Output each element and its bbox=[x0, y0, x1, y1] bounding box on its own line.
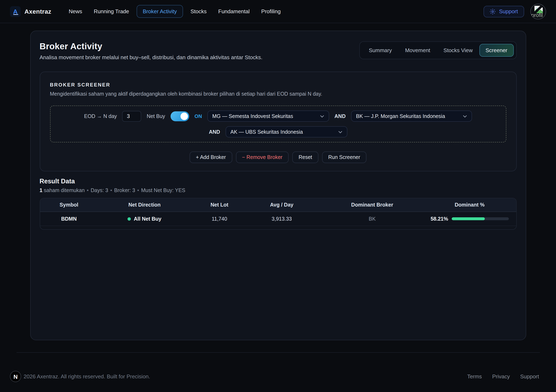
primary-nav: News Running Trade Broker Activity Stock… bbox=[65, 5, 285, 18]
topbar-right: Support profil bbox=[484, 4, 546, 19]
result-count: 1 bbox=[39, 187, 42, 193]
screener-description: Mengidentifikasi saham yang aktif diperd… bbox=[50, 91, 506, 97]
nav-item-running-trade[interactable]: Running Trade bbox=[90, 5, 133, 17]
page-subtitle: Analisa movement broker melalui net buy–… bbox=[39, 54, 263, 61]
table-header-row: Symbol Net Direction Net Lot Avg / Day D… bbox=[40, 198, 516, 212]
and-label-1: AND bbox=[334, 113, 346, 119]
criteria-row-2: AND AK — UBS Sekuritas Indonesia bbox=[56, 126, 500, 138]
footer-link-terms[interactable]: Terms bbox=[467, 373, 482, 380]
top-navbar: A Axentraz News Running Trade Broker Act… bbox=[0, 0, 556, 23]
meta-separator: • bbox=[110, 187, 112, 193]
cell-dominant-broker: BK bbox=[316, 216, 429, 222]
chevron-down-icon bbox=[463, 115, 467, 117]
meta-broker: Broker: 3 bbox=[114, 187, 135, 193]
page-footer: N 2026 Axentraz. All rights reserved. Bu… bbox=[0, 371, 556, 382]
criteria-row-1: EOD → N day Net Buy ON MG — Semesta Indo… bbox=[56, 110, 500, 122]
net-buy-toggle[interactable] bbox=[170, 111, 189, 121]
nav-item-stocks[interactable]: Stocks bbox=[186, 5, 211, 17]
tab-movement[interactable]: Movement bbox=[398, 44, 437, 56]
header-dominant-pct: Dominant % bbox=[429, 202, 516, 208]
support-button[interactable]: Support bbox=[484, 6, 524, 17]
brand[interactable]: A Axentraz bbox=[10, 6, 51, 17]
sun-icon bbox=[490, 8, 496, 14]
reset-button[interactable]: Reset bbox=[292, 152, 318, 163]
app-root: A Axentraz News Running Trade Broker Act… bbox=[0, 0, 556, 392]
tab-summary[interactable]: Summary bbox=[362, 44, 398, 56]
broker-activity-card: Broker Activity Analisa movement broker … bbox=[30, 31, 526, 340]
dominant-pct-bar-fill bbox=[451, 217, 485, 220]
toggle-knob bbox=[180, 112, 188, 120]
view-tabs: Summary Movement Stocks View Screener bbox=[359, 41, 517, 59]
cell-symbol: BDMN bbox=[40, 216, 98, 222]
tab-stocks-view[interactable]: Stocks View bbox=[437, 44, 479, 56]
run-screener-button[interactable]: Run Screener bbox=[322, 152, 366, 163]
broker-select-1[interactable]: MG — Semesta Indovest Sekuritas bbox=[208, 110, 329, 122]
cell-net-lot: 11,740 bbox=[191, 216, 248, 222]
eod-nday-label: EOD → N day bbox=[84, 113, 117, 119]
result-data-title: Result Data bbox=[39, 177, 517, 185]
broker-select-3[interactable]: AK — UBS Sekuritas Indonesia bbox=[225, 126, 347, 138]
footer-links: Terms Privacy Support bbox=[467, 373, 539, 380]
footer-link-privacy[interactable]: Privacy bbox=[492, 373, 510, 380]
support-button-label: Support bbox=[499, 8, 518, 15]
net-direction-text: All Net Buy bbox=[134, 216, 161, 222]
broker-select-2-value: BK — J.P. Morgan Sekuritas Indonesia bbox=[356, 113, 445, 119]
broker-select-3-value: AK — UBS Sekuritas Indonesia bbox=[230, 129, 303, 135]
nextjs-badge[interactable]: N bbox=[10, 371, 21, 382]
broker-select-2[interactable]: BK — J.P. Morgan Sekuritas Indonesia bbox=[351, 110, 472, 122]
and-label-2: AND bbox=[209, 129, 220, 135]
cell-net-direction: All Net Buy bbox=[98, 216, 191, 222]
screener-actions: + Add Broker − Remove Broker Reset Run S… bbox=[50, 152, 506, 163]
add-broker-button[interactable]: + Add Broker bbox=[190, 152, 232, 163]
results-table: Symbol Net Direction Net Lot Avg / Day D… bbox=[39, 198, 517, 230]
avatar-alt-text: profil bbox=[531, 12, 543, 18]
nav-item-broker-activity[interactable]: Broker Activity bbox=[137, 5, 183, 18]
nday-input[interactable] bbox=[122, 111, 141, 122]
footer-divider bbox=[16, 352, 540, 353]
broker-screener-panel: BROKER SCREENER Mengidentifikasi saham y… bbox=[39, 72, 517, 171]
nav-item-fundamental[interactable]: Fundamental bbox=[214, 5, 254, 17]
copyright-text: 2026 Axentraz. All rights reserved. Buil… bbox=[23, 373, 150, 380]
dominant-pct-value: 58.21% bbox=[431, 216, 448, 222]
brand-name: Axentraz bbox=[24, 8, 51, 15]
card-header: Broker Activity Analisa movement broker … bbox=[39, 41, 517, 61]
meta-days: Days: 3 bbox=[91, 187, 108, 193]
tab-screener[interactable]: Screener bbox=[479, 44, 514, 57]
header-net-lot: Net Lot bbox=[191, 202, 248, 208]
remove-broker-button[interactable]: − Remove Broker bbox=[236, 152, 289, 163]
result-data-section: Result Data 1 saham ditemukan•Days: 3•Br… bbox=[39, 177, 517, 230]
nextjs-badge-letter: N bbox=[14, 373, 18, 380]
net-buy-dot-icon bbox=[128, 217, 131, 220]
meta-separator: • bbox=[87, 187, 89, 193]
card-title-block: Broker Activity Analisa movement broker … bbox=[39, 41, 263, 61]
header-dominant-broker: Dominant Broker bbox=[316, 202, 429, 208]
nav-item-profiling[interactable]: Profiling bbox=[257, 5, 285, 17]
result-count-suffix: saham ditemukan bbox=[42, 187, 85, 193]
screener-criteria-box: EOD → N day Net Buy ON MG — Semesta Indo… bbox=[50, 106, 506, 142]
chevron-down-icon bbox=[338, 131, 342, 133]
brand-logo-icon: A bbox=[10, 6, 21, 17]
cell-dominant-pct: 58.21% bbox=[429, 216, 516, 222]
header-net-direction: Net Direction bbox=[98, 202, 191, 208]
broker-select-1-value: MG — Semesta Indovest Sekuritas bbox=[212, 113, 293, 119]
table-row[interactable]: BDMN All Net Buy 11,740 3,913.33 BK 58.2… bbox=[40, 212, 516, 226]
profile-avatar[interactable]: profil bbox=[530, 4, 546, 19]
brand-logo-letter: A bbox=[13, 8, 18, 15]
net-buy-label: Net Buy bbox=[147, 113, 165, 119]
dominant-pct-bar bbox=[451, 217, 509, 220]
meta-must-net-buy: Must Net Buy: YES bbox=[141, 187, 185, 193]
nav-item-news[interactable]: News bbox=[65, 5, 86, 17]
chevron-down-icon bbox=[320, 115, 324, 117]
footer-left: N 2026 Axentraz. All rights reserved. Bu… bbox=[10, 371, 150, 382]
footer-link-support[interactable]: Support bbox=[520, 373, 539, 380]
meta-separator: • bbox=[137, 187, 139, 193]
header-symbol: Symbol bbox=[40, 202, 98, 208]
result-meta: 1 saham ditemukan•Days: 3•Broker: 3•Must… bbox=[39, 187, 517, 193]
cell-avg-day: 3,913.33 bbox=[248, 216, 316, 222]
screener-heading: BROKER SCREENER bbox=[50, 82, 506, 88]
page-title: Broker Activity bbox=[39, 41, 263, 51]
toggle-state-label: ON bbox=[195, 113, 202, 119]
header-avg-day: Avg / Day bbox=[248, 202, 316, 208]
table-footer-strip bbox=[40, 226, 516, 229]
